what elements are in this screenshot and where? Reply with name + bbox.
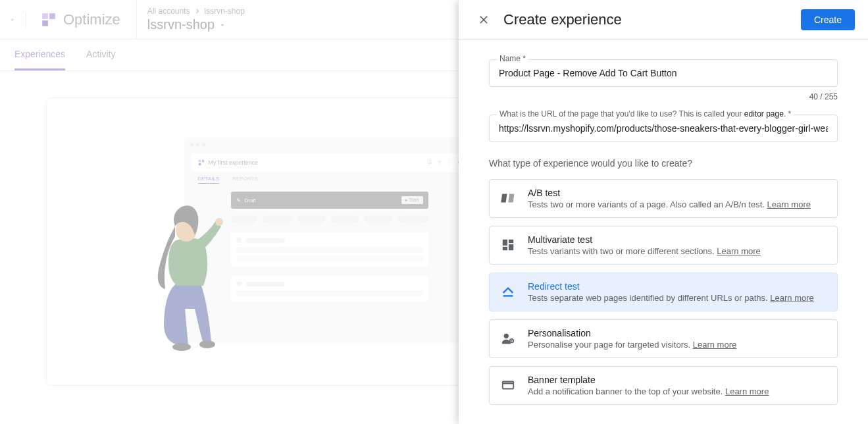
close-icon	[477, 13, 490, 26]
option-desc: Tests variants with two or more differen…	[528, 246, 827, 256]
svg-point-14	[511, 340, 512, 342]
name-label: Name *	[497, 54, 528, 63]
svg-rect-9	[503, 247, 507, 251]
ab-test-icon	[500, 190, 516, 206]
learn-more-link[interactable]: Learn more	[767, 199, 810, 209]
url-input[interactable]	[489, 115, 838, 142]
option-banner-template[interactable]: Banner template Add a notification banne…	[489, 366, 838, 405]
banner-icon	[500, 377, 516, 393]
close-button[interactable]	[472, 8, 496, 32]
name-counter: 40 / 255	[489, 92, 838, 101]
personalisation-icon	[500, 331, 516, 346]
create-button[interactable]: Create	[801, 9, 855, 30]
option-multivariate-test[interactable]: Multivariate test Tests variants with tw…	[489, 226, 838, 265]
option-ab-test[interactable]: A/B test Tests two or more variants of a…	[489, 179, 838, 218]
learn-more-link[interactable]: Learn more	[725, 386, 769, 396]
type-question: What type of experience would you like t…	[489, 158, 838, 169]
option-desc: Add a notification banner to the top of …	[528, 386, 827, 396]
option-desc: Personalise your page for targeted visit…	[528, 340, 827, 350]
learn-more-link[interactable]: Learn more	[693, 340, 736, 350]
panel-title: Create experience	[503, 11, 801, 28]
option-title: A/B test	[528, 188, 827, 198]
url-label: What is the URL of the page that you'd l…	[497, 109, 794, 119]
name-input[interactable]	[489, 59, 838, 87]
option-desc: Tests separate web pages identified by d…	[528, 293, 827, 303]
create-experience-panel: Create experience Create Name * 40 / 255…	[459, 0, 868, 424]
multivariate-icon	[500, 237, 516, 253]
redirect-icon	[500, 284, 516, 300]
svg-rect-8	[509, 240, 513, 244]
learn-more-link[interactable]: Learn more	[770, 293, 813, 303]
svg-rect-10	[509, 244, 513, 250]
option-title: Multivariate test	[528, 234, 827, 245]
option-redirect-test[interactable]: Redirect test Tests separate web pages i…	[489, 273, 838, 311]
svg-point-12	[504, 334, 509, 338]
option-personalisation[interactable]: Personalisation Personalise your page fo…	[489, 319, 838, 358]
learn-more-link[interactable]: Learn more	[717, 246, 760, 256]
option-title: Redirect test	[528, 281, 827, 292]
option-desc: Tests two or more variants of a page. Al…	[528, 199, 827, 209]
svg-rect-7	[503, 240, 507, 246]
option-title: Personalisation	[528, 328, 827, 338]
option-title: Banner template	[528, 375, 827, 385]
